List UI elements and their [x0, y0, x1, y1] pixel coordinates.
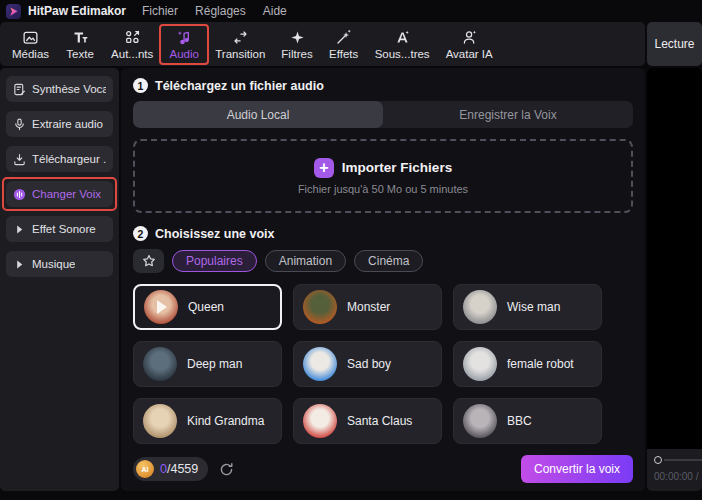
- step1-badge: 1: [133, 78, 148, 93]
- toolbar-tab-audio[interactable]: Audio: [161, 26, 207, 63]
- sidebar-item-changer-voix[interactable]: Changer Voix: [6, 181, 113, 207]
- voice-label: Santa Claus: [347, 414, 412, 428]
- toolbar-tab-label: Audio: [170, 48, 199, 60]
- voice-label: Wise man: [507, 300, 560, 314]
- toolbar-tab-label: Avatar IA: [446, 48, 493, 60]
- filter-chip-animation[interactable]: Animation: [265, 250, 346, 272]
- sidebar-item-label: Effet Sonore: [32, 223, 96, 235]
- toolbar-tab-label: Sous...tres: [375, 48, 430, 60]
- slider-track: [664, 459, 702, 461]
- toolbar-tab-label: Aut...nts: [111, 48, 153, 60]
- app-window: HitPaw Edimakor Fichier Réglages Aide Mé…: [0, 0, 702, 500]
- sidebar-item-effet-sonore[interactable]: Effet Sonore: [6, 216, 113, 242]
- toolbar-tab-label: Effets: [329, 48, 358, 60]
- voice-avatar: [143, 404, 177, 438]
- voice-label: Kind Grandma: [187, 414, 264, 428]
- voice-card-sad-boy[interactable]: Sad boy: [293, 341, 442, 387]
- toolbar-tab-label: Médias: [12, 48, 49, 60]
- credits-used: 0: [160, 462, 167, 476]
- voice-grid: QueenMonsterWise manDeep manSad boyfemal…: [133, 284, 633, 444]
- preview-body: 00:00:00 /: [647, 68, 702, 491]
- main-panel: 1 Téléchargez un fichier audio Audio Loc…: [121, 68, 645, 491]
- plus-icon: +: [314, 158, 334, 178]
- toolbar-tab-texte[interactable]: Texte: [57, 26, 103, 63]
- voice-avatar: [143, 347, 177, 381]
- voice-avatar: [463, 404, 497, 438]
- voice-avatar: [303, 290, 337, 324]
- tab-lecture[interactable]: Lecture: [647, 22, 702, 66]
- voice-filter-chips: PopulairesAnimationCinéma: [133, 249, 633, 273]
- preview-controls: 00:00:00 /: [647, 449, 702, 491]
- voice-avatar: [303, 404, 337, 438]
- toolbar-tab-label: Transition: [215, 48, 265, 60]
- sidebar-item-label: Téléchargeur ...: [32, 153, 106, 165]
- favorites-star-button[interactable]: [133, 249, 164, 273]
- voice-avatar: [303, 347, 337, 381]
- voice-label: Monster: [347, 300, 390, 314]
- caret-right-icon: [13, 223, 26, 236]
- sidebar-item-label: Synthèse Vocale: [32, 83, 106, 95]
- refresh-credits-button[interactable]: [218, 461, 235, 478]
- step2-header: 2 Choisissez une voix: [133, 226, 633, 241]
- sidebar-item-synth-se-vocale[interactable]: Synthèse Vocale: [6, 76, 113, 102]
- step1-title: Téléchargez un fichier audio: [155, 79, 324, 93]
- toolbar-tab-sous-tres[interactable]: Sous...tres: [367, 26, 438, 63]
- voice-card-female-robot[interactable]: female robot: [453, 341, 602, 387]
- voice-label: Sad boy: [347, 357, 391, 371]
- speech-doc-icon: [13, 83, 26, 96]
- toolbar-tab-transition[interactable]: Transition: [207, 26, 273, 63]
- filter-chip-populaires[interactable]: Populaires: [172, 250, 257, 272]
- preview-screen: [647, 68, 702, 449]
- filter-chip-cin-ma[interactable]: Cinéma: [354, 250, 423, 272]
- sidebar-item-label: Musique: [32, 258, 75, 270]
- voice-card-wise-man[interactable]: Wise man: [453, 284, 602, 330]
- subtitles-icon: [394, 29, 411, 46]
- voice-label: female robot: [507, 357, 574, 371]
- voice-card-queen[interactable]: Queen: [133, 284, 282, 330]
- main-footer: AI 0/4559 Convertir la voix: [133, 447, 633, 483]
- menu-fichier[interactable]: Fichier: [142, 4, 178, 18]
- step2-badge: 2: [133, 226, 148, 241]
- star-icon: [142, 254, 156, 268]
- toolbar-tab-avatar-ia[interactable]: Avatar IA: [438, 26, 501, 63]
- voice-card-monster[interactable]: Monster: [293, 284, 442, 330]
- toolbar-tab-effets[interactable]: Effets: [321, 26, 367, 63]
- slider-knob-icon[interactable]: [654, 456, 662, 464]
- voice-card-kind-grandma[interactable]: Kind Grandma: [133, 398, 282, 444]
- transition-icon: [232, 29, 249, 46]
- voice-label: Queen: [188, 300, 224, 314]
- menu-reglages[interactable]: Réglages: [195, 4, 246, 18]
- step1-header: 1 Téléchargez un fichier audio: [133, 78, 633, 93]
- sidebar-item-t-l-chargeur[interactable]: Téléchargeur ...: [6, 146, 113, 172]
- caret-right-icon: [13, 258, 26, 271]
- menu-aide[interactable]: Aide: [263, 4, 287, 18]
- stickers-icon: [124, 29, 141, 46]
- voice-label: BBC: [507, 414, 532, 428]
- app-logo-icon: [6, 4, 21, 19]
- sidebar-item-extraire-audio[interactable]: Extraire audio: [6, 111, 113, 137]
- toolbar-tab-m-dias[interactable]: Médias: [4, 26, 57, 63]
- toolbar-tab-label: Filtres: [281, 48, 312, 60]
- titlebar: HitPaw Edimakor Fichier Réglages Aide: [0, 0, 702, 22]
- voice-card-bbc[interactable]: BBC: [453, 398, 602, 444]
- sidebar-item-musique[interactable]: Musique: [6, 251, 113, 277]
- step2-title: Choisissez une voix: [155, 227, 274, 241]
- toolbar-tab-aut-nts[interactable]: Aut...nts: [103, 26, 161, 63]
- credits-counter: 0/4559: [160, 462, 198, 476]
- voice-card-santa-claus[interactable]: Santa Claus: [293, 398, 442, 444]
- audio-icon: [176, 29, 193, 46]
- voice-label: Deep man: [187, 357, 242, 371]
- voice-card-deep-man[interactable]: Deep man: [133, 341, 282, 387]
- credits-total: /4559: [167, 462, 198, 476]
- avatar-ai-icon: [461, 29, 478, 46]
- convert-voice-button[interactable]: Convertir la voix: [521, 455, 633, 483]
- playback-slider[interactable]: [654, 456, 702, 464]
- source-tab-audio-local[interactable]: Audio Local: [133, 101, 383, 128]
- sidebar: Synthèse VocaleExtraire audioTéléchargeu…: [0, 68, 119, 491]
- toolbar-tab-filtres[interactable]: Filtres: [273, 26, 320, 63]
- import-dropzone[interactable]: + Importer Fichiers Fichier jusqu'à 50 M…: [133, 139, 633, 213]
- app-title: HitPaw Edimakor: [28, 4, 126, 18]
- voice-change-icon: [13, 188, 26, 201]
- ai-coin-icon: AI: [136, 460, 154, 478]
- source-tab-enregistrer-la-voix[interactable]: Enregistrer la Voix: [383, 101, 633, 128]
